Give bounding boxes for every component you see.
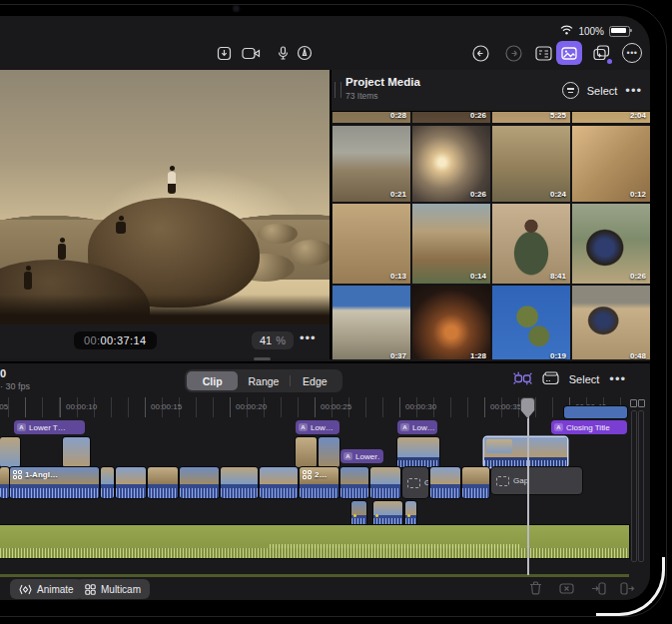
append-icon[interactable] xyxy=(620,581,635,599)
music-audio-clip[interactable] xyxy=(0,525,629,558)
magnetic-timeline-icon[interactable] xyxy=(513,371,532,387)
clip-duration: 0:48 xyxy=(630,351,646,359)
filter-icon[interactable] xyxy=(562,82,579,99)
media-browser-icon[interactable] xyxy=(556,41,582,65)
clip-thumbnail xyxy=(148,467,178,484)
device-bezel-right xyxy=(650,0,672,624)
storyline-clip[interactable]: 1-Angl… xyxy=(10,467,99,498)
connected-clip[interactable] xyxy=(0,437,20,467)
device-bezel-top xyxy=(0,0,672,16)
ruler-tick-label: 00:00:25 xyxy=(321,402,351,411)
title-a-icon: A xyxy=(343,452,352,460)
storyline-clip[interactable] xyxy=(101,467,114,498)
clip-duration: 0:26 xyxy=(470,190,486,199)
effects-icon[interactable] xyxy=(588,41,614,65)
media-thumbnail[interactable]: 0:26 xyxy=(412,126,490,202)
storyline-clip[interactable] xyxy=(221,467,258,498)
timeline-select-button[interactable]: Select xyxy=(569,373,600,385)
viewer-more-icon[interactable]: ••• xyxy=(300,330,317,345)
media-thumbnail[interactable]: 0:12 xyxy=(572,126,650,202)
clip-label: Lower T… xyxy=(29,423,66,432)
clip-duration: 5:25 xyxy=(550,111,566,120)
clip-duration: 0:13 xyxy=(390,272,406,281)
browser-more-icon[interactable]: ••• xyxy=(625,87,642,95)
storyline-clip[interactable] xyxy=(148,467,178,498)
connected-audio-clip[interactable] xyxy=(405,501,416,527)
title-a-icon: A xyxy=(299,423,308,431)
media-thumbnail[interactable]: 0:14 xyxy=(412,204,490,284)
connected-clip[interactable] xyxy=(397,437,439,467)
overlay-view-icon[interactable] xyxy=(542,371,559,387)
camera-icon[interactable] xyxy=(238,41,264,65)
media-thumbnail[interactable]: 1:28 xyxy=(412,286,490,359)
media-thumbnail[interactable]: 0:37 xyxy=(333,286,410,359)
pencil-icon[interactable] xyxy=(292,41,318,65)
undo-icon[interactable] xyxy=(467,41,493,65)
connected-audio-clip[interactable] xyxy=(351,501,366,527)
media-thumbnail[interactable]: 0:21 xyxy=(333,126,410,202)
title-clip[interactable]: ALow… xyxy=(296,420,339,434)
panel-drag-handle[interactable] xyxy=(254,357,271,360)
connected-clip[interactable] xyxy=(319,437,339,467)
inspector-icon[interactable] xyxy=(530,41,556,65)
clip-thumbnail xyxy=(405,501,416,515)
media-thumbnail[interactable]: 0:48 xyxy=(572,286,650,359)
segment-edge[interactable]: Edge xyxy=(290,371,340,390)
connected-clip[interactable] xyxy=(296,437,317,467)
fcp-ipad-screenshot: 100% xyxy=(0,0,672,624)
storyline-clip[interactable] xyxy=(180,467,219,498)
browser-resize-handle[interactable] xyxy=(335,82,341,98)
clip-thumbnail xyxy=(430,467,460,484)
storyline-clip[interactable] xyxy=(260,467,298,498)
gap-icon xyxy=(496,476,509,486)
clip-duration: 0:19 xyxy=(550,351,566,359)
title-a-icon: A xyxy=(554,423,563,431)
media-thumbnail[interactable]: 0:26 xyxy=(572,204,650,284)
storyline-clip[interactable] xyxy=(462,467,489,498)
clip-thumbnail xyxy=(340,467,368,484)
title-clip[interactable]: AClosing Title xyxy=(551,420,627,434)
timeline-more-icon[interactable]: ••• xyxy=(609,375,626,383)
connected-clip[interactable] xyxy=(63,437,90,467)
media-thumbnail[interactable]: 0:13 xyxy=(333,204,410,284)
blade-cut-icon[interactable] xyxy=(559,581,574,599)
browser-select-button[interactable]: Select xyxy=(587,85,618,97)
audio-waveform xyxy=(484,457,567,467)
title-clip[interactable]: ALower… xyxy=(340,449,383,463)
connected-audio-clip[interactable] xyxy=(373,501,402,527)
media-thumbnail[interactable]: 0:24 xyxy=(492,126,570,202)
delete-icon[interactable] xyxy=(529,581,542,599)
storyline-clip[interactable] xyxy=(0,467,9,498)
segment-range[interactable]: Range xyxy=(238,371,289,390)
redo-icon[interactable] xyxy=(500,41,526,65)
import-icon[interactable] xyxy=(211,41,237,65)
viewer-preview[interactable] xyxy=(0,70,330,324)
gap-clip[interactable]: Gap xyxy=(491,467,582,494)
connected-clip[interactable]: Landscap… xyxy=(484,437,567,467)
media-thumbnail[interactable]: 8:41 xyxy=(492,204,570,284)
insert-icon[interactable] xyxy=(591,581,606,599)
gap-clip[interactable]: G… xyxy=(402,467,428,498)
segment-clip[interactable]: Clip xyxy=(187,371,238,390)
media-thumbnail[interactable]: 0:19 xyxy=(492,286,570,359)
timeline-minimap-scrollbar[interactable] xyxy=(630,399,645,563)
storyline-clip[interactable] xyxy=(340,467,368,498)
clip-duration: 0:14 xyxy=(470,272,486,281)
storyline-clip[interactable] xyxy=(370,467,400,498)
storyline-clip[interactable] xyxy=(430,467,460,498)
title-clip[interactable]: ALow… xyxy=(397,420,437,434)
title-clip[interactable]: ALower T… xyxy=(14,420,85,434)
multicam-button[interactable]: Multicam xyxy=(76,579,150,599)
viewer-zoom-control[interactable]: 41% xyxy=(252,331,294,349)
audio-waveform xyxy=(148,484,178,498)
storyline-clip[interactable]: 2… xyxy=(300,467,338,498)
storyline-clip[interactable] xyxy=(116,467,146,498)
animate-button[interactable]: Animate xyxy=(10,579,83,599)
audio-waveform xyxy=(405,515,416,527)
timecode-display[interactable]: 00:00:37:14 xyxy=(74,331,157,349)
clip-label-row: 1-Angl… xyxy=(13,470,97,479)
gap-icon xyxy=(407,478,420,488)
multicam-icon xyxy=(303,470,312,479)
audio-waveform xyxy=(397,457,439,467)
more-icon[interactable]: ••• xyxy=(619,41,645,65)
